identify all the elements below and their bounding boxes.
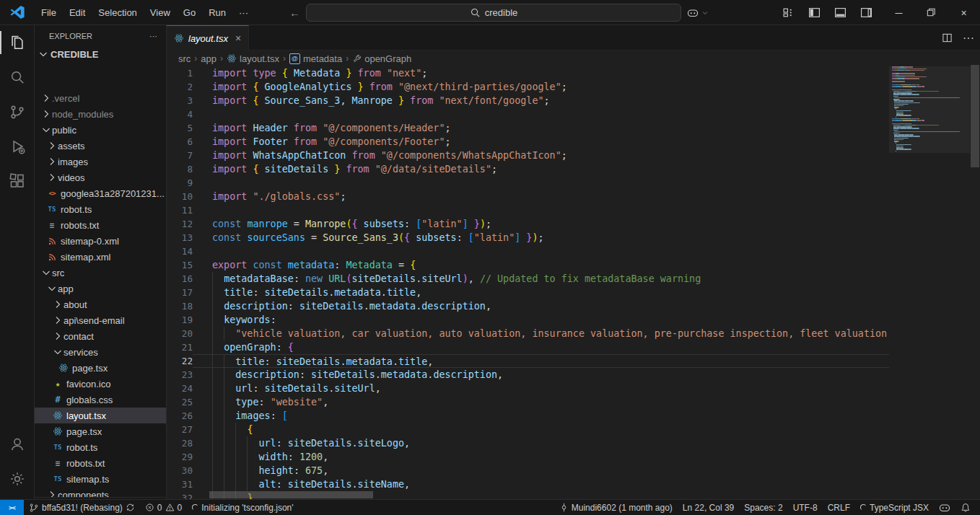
explorer-item-sitemap-0.xml[interactable]: sitemap-0.xml [35, 233, 166, 249]
explorer-item-videos[interactable]: videos [35, 170, 166, 185]
breadcrumb-metadata[interactable]: @metadata [289, 53, 342, 64]
code-line-20[interactable]: 20 "vehicle valuation, car valuation, au… [167, 327, 889, 340]
explorer-item-about[interactable]: about [35, 296, 166, 312]
menu-edit[interactable]: Edit [63, 5, 92, 20]
explorer-item-components[interactable]: components [35, 487, 166, 497]
explorer-item-services[interactable]: services [35, 344, 166, 360]
code-line-7[interactable]: 7import WhatsAppChatIcon from "@/compone… [167, 149, 889, 162]
cursor-position-status[interactable]: Ln 22, Col 39 [678, 500, 739, 515]
code-line-11[interactable]: 11 [167, 203, 889, 217]
menu-selection[interactable]: Selection [92, 5, 143, 20]
explorer-root-folder[interactable]: CREDIBLE [35, 46, 166, 62]
git-blame-status[interactable]: Muindi6602 (1 month ago) [554, 500, 678, 515]
activity-extensions-icon[interactable] [0, 164, 34, 198]
horizontal-scrollbar[interactable] [209, 491, 373, 498]
activity-search-icon[interactable] [0, 60, 34, 94]
code-line-27[interactable]: 27 { [167, 423, 889, 436]
code-line-2[interactable]: 2import { GoogleAnalytics } from "@next/… [167, 80, 889, 94]
explorer-item-page.tsx[interactable]: page.tsx [35, 360, 166, 376]
code-line-9[interactable]: 9 [167, 176, 889, 190]
command-center-search[interactable]: credible [306, 4, 681, 22]
menu-go[interactable]: Go [177, 5, 202, 20]
minimap[interactable] [889, 66, 970, 499]
explorer-item-src[interactable]: src [35, 265, 166, 281]
scrollbar-thumb[interactable] [971, 65, 979, 167]
encoding-status[interactable]: UTF-8 [788, 500, 823, 515]
activity-run-debug-icon[interactable] [0, 129, 34, 164]
git-branch-status[interactable]: bffa5d31! (Rebasing) [24, 500, 140, 515]
explorer-item-page.tsx[interactable]: page.tsx [35, 423, 166, 439]
explorer-item-api-send-email[interactable]: api\send-email [35, 312, 166, 328]
ts-init-status[interactable]: Initializing 'tsconfig.json' [187, 500, 298, 515]
code-line-10[interactable]: 10import "./globals.css"; [167, 190, 889, 203]
code-line-18[interactable]: 18 description: siteDetails.metadata.des… [167, 299, 889, 313]
editor-more-actions-icon[interactable]: ··· [963, 32, 974, 45]
code-line-5[interactable]: 5import Header from "@/components/Header… [167, 121, 889, 135]
activity-source-control-icon[interactable] [0, 94, 34, 129]
breadcrumb-opengraph[interactable]: openGraph [352, 53, 411, 64]
close-button[interactable]: × [948, 0, 980, 25]
menu-more[interactable]: ··· [232, 5, 255, 20]
code-line-25[interactable]: 25 type: "website", [167, 395, 889, 409]
explorer-item-public[interactable]: public [35, 122, 166, 138]
code-line-26[interactable]: 26 images: [ [167, 409, 889, 423]
activity-explorer-icon[interactable] [0, 25, 34, 60]
explorer-item-contact[interactable]: contact [35, 328, 166, 344]
code-line-21[interactable]: 21 openGraph: { [167, 340, 889, 354]
explorer-item-robot.ts[interactable]: TSrobot.ts [35, 201, 166, 217]
breadcrumb-src[interactable]: src [178, 53, 191, 64]
explorer-item-layout.tsx[interactable]: layout.tsx [35, 408, 166, 423]
copilot-status[interactable] [934, 500, 955, 515]
breadcrumb-layout-tsx[interactable]: layout.tsx [227, 53, 279, 64]
code-line-22[interactable]: 22 title: siteDetails.metadata.title, [167, 354, 889, 368]
code-line-15[interactable]: 15export const metadata: Metadata = { [167, 258, 889, 272]
toggle-secondary-sidebar-icon[interactable] [857, 4, 875, 22]
explorer-item-googlea31a287201231...[interactable]: <>googlea31a287201231... [35, 185, 166, 201]
code-line-28[interactable]: 28 url: siteDetails.siteLogo, [167, 436, 889, 450]
code-line-30[interactable]: 30 height: 675, [167, 464, 889, 477]
vertical-scrollbar[interactable] [970, 50, 980, 499]
explorer-item-.vercel[interactable]: .vercel [35, 90, 166, 106]
code-line-3[interactable]: 3import { Source_Sans_3, Manrope } from … [167, 94, 889, 107]
code-line-23[interactable]: 23 description: siteDetails.metadata.des… [167, 368, 889, 382]
menu-view[interactable]: View [144, 5, 177, 20]
explorer-item-app[interactable]: app [35, 281, 166, 296]
problems-status[interactable]: 0 0 [140, 500, 187, 515]
toggle-primary-sidebar-icon[interactable] [805, 4, 823, 22]
copilot-menu[interactable] [687, 0, 709, 25]
breadcrumb-app[interactable]: app [201, 53, 216, 64]
explorer-item-favicon.ico[interactable]: ★favicon.ico [35, 376, 166, 392]
explorer-item-globals.css[interactable]: #globals.css [35, 392, 166, 408]
code-line-24[interactable]: 24 url: siteDetails.siteUrl, [167, 382, 889, 395]
remote-indicator[interactable]: >< [0, 500, 24, 515]
minimize-button[interactable]: ─ [883, 0, 915, 25]
code-line-14[interactable]: 14 [167, 245, 889, 258]
code-line-17[interactable]: 17 title: siteDetails.metadata.title, [167, 286, 889, 299]
explorer-item-robots.txt[interactable]: ≡robots.txt [35, 217, 166, 233]
menu-file[interactable]: File [35, 5, 63, 20]
code-line-8[interactable]: 8import { siteDetails } from "@/data/sit… [167, 162, 889, 176]
split-editor-icon[interactable] [942, 32, 953, 43]
nav-back-icon[interactable]: ← [289, 6, 300, 19]
customize-layout-icon[interactable] [779, 4, 797, 22]
activity-settings-icon[interactable] [0, 462, 34, 496]
tab-close-icon[interactable]: × [235, 32, 241, 44]
code-line-12[interactable]: 12const manrope = Manrope({ subsets: ["l… [167, 217, 889, 231]
indentation-status[interactable]: Spaces: 2 [739, 500, 787, 515]
explorer-item-images[interactable]: images [35, 154, 166, 170]
code-line-31[interactable]: 31 alt: siteDetails.siteName, [167, 477, 889, 491]
explorer-item-sitemap.xml[interactable]: sitemap.xml [35, 249, 166, 265]
explorer-item-robots.txt[interactable]: ≡robots.txt [35, 455, 166, 471]
code-editor[interactable]: 1import type { Metadata } from "next";2i… [167, 66, 889, 499]
code-line-19[interactable]: 19 keywords: [167, 313, 889, 327]
menu-run[interactable]: Run [202, 5, 232, 20]
activity-accounts-icon[interactable] [0, 427, 34, 462]
tab-layout-tsx[interactable]: layout.tsx × [167, 25, 249, 50]
restore-button[interactable] [915, 0, 948, 25]
explorer-item-node-modules[interactable]: node_modules [35, 106, 166, 122]
code-line-16[interactable]: 16 metadataBase: new URL(siteDetails.sit… [167, 272, 889, 286]
explorer-more-actions-icon[interactable]: ··· [149, 32, 157, 40]
toggle-panel-icon[interactable] [831, 4, 849, 22]
notifications-status[interactable] [955, 500, 976, 515]
code-line-1[interactable]: 1import type { Metadata } from "next"; [167, 66, 889, 80]
